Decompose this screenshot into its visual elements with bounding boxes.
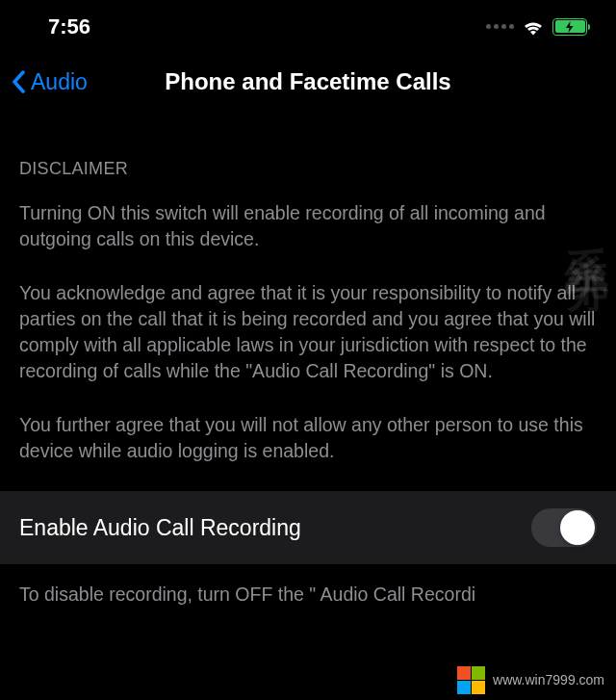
bottom-watermark: www.win7999.com [457,666,604,695]
disclaimer-paragraph-1: Turning ON this switch will enable recor… [19,200,597,253]
navigation-bar: Audio Phone and Facetime Calls [0,53,616,111]
enable-recording-label: Enable Audio Call Recording [19,515,301,541]
disclaimer-paragraph-3: You further agree that you will not allo… [19,412,597,465]
page-title: Phone and Facetime Calls [165,68,450,95]
wifi-icon [522,18,545,36]
disclaimer-header: DISCLAIMER [19,159,597,179]
microsoft-logo-icon [457,666,486,695]
watermark-url: www.win7999.com [493,672,604,687]
setting-footer-text: To disable recording, turn OFF the " Aud… [19,564,597,625]
status-indicators [486,18,587,36]
back-label: Audio [31,69,88,95]
enable-recording-toggle[interactable] [531,508,597,547]
cellular-signal-icon [486,24,514,29]
side-watermark: 系统半分 [558,212,616,243]
status-time: 7:56 [48,14,90,39]
content-area: DISCLAIMER Turning ON this switch will e… [0,111,616,626]
disclaimer-paragraph-2: You acknowledge and agree that it is you… [19,280,597,385]
charging-bolt-icon [565,21,575,33]
status-bar: 7:56 [0,0,616,53]
chevron-left-icon [12,70,27,93]
back-button[interactable]: Audio [12,69,88,95]
enable-recording-row: Enable Audio Call Recording [0,491,616,564]
battery-icon [552,18,587,36]
